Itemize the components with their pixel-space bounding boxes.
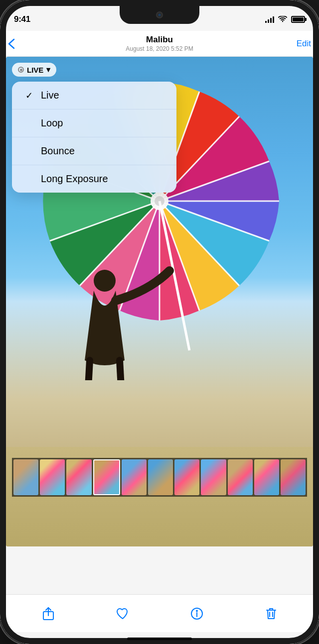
share-button[interactable]: [36, 601, 61, 626]
home-indicator[interactable]: [127, 638, 192, 640]
film-thumb-11[interactable]: [281, 459, 306, 495]
signal-icon: [265, 16, 274, 23]
dropdown-item-live-label: Live: [41, 90, 59, 101]
checkmark-live: ✓: [23, 90, 35, 101]
photo-container: LIVE ▾ ✓ Live Loop Bounce: [6, 57, 313, 546]
dropdown-item-bounce[interactable]: Bounce: [12, 137, 176, 165]
back-button[interactable]: [8, 38, 15, 49]
live-badge[interactable]: LIVE ▾: [12, 63, 56, 77]
dropdown-item-live[interactable]: ✓ Live: [12, 82, 176, 109]
dropdown-item-loop[interactable]: Loop: [12, 109, 176, 137]
status-bar: 9:41: [0, 7, 319, 32]
status-icons: [265, 16, 305, 23]
film-thumb-1[interactable]: [13, 459, 38, 495]
live-chevron: ▾: [46, 65, 50, 74]
header-center: Malibu August 18, 2020 5:52 PM: [126, 35, 193, 52]
film-thumb-5[interactable]: [122, 459, 147, 495]
film-thumb-7[interactable]: [174, 459, 199, 495]
delete-button[interactable]: [259, 601, 284, 626]
info-button[interactable]: [184, 601, 209, 626]
film-thumb-2[interactable]: [40, 459, 65, 495]
phone-frame: 9:41: [0, 0, 319, 644]
dropdown-item-loop-label: Loop: [41, 117, 63, 129]
battery-icon: [291, 16, 305, 23]
edit-button[interactable]: Edit: [297, 39, 311, 49]
bottom-toolbar: [6, 594, 313, 632]
dropdown-item-long-exposure-label: Long Exposure: [41, 173, 108, 185]
film-thumb-10[interactable]: [254, 459, 279, 495]
svg-point-18: [94, 270, 116, 292]
status-time: 9:41: [14, 14, 30, 24]
svg-point-22: [196, 610, 197, 611]
photo-date: August 18, 2020 5:52 PM: [126, 45, 193, 52]
film-thumb-8[interactable]: [201, 459, 226, 495]
film-thumb-4[interactable]: [93, 459, 120, 495]
dropdown-item-bounce-label: Bounce: [41, 145, 75, 157]
favorite-button[interactable]: [110, 601, 135, 626]
film-strip[interactable]: [12, 458, 307, 497]
wifi-icon: [278, 16, 287, 23]
film-thumb-6[interactable]: [148, 459, 173, 495]
header: Malibu August 18, 2020 5:52 PM Edit: [0, 31, 319, 57]
live-dot-icon: [18, 67, 24, 73]
film-thumb-3[interactable]: [66, 459, 91, 495]
live-dropdown-menu: ✓ Live Loop Bounce Long Exposure: [12, 82, 176, 193]
photo-title: Malibu: [126, 35, 193, 45]
live-label: LIVE: [27, 66, 43, 74]
film-thumb-9[interactable]: [228, 459, 253, 495]
dropdown-item-long-exposure[interactable]: Long Exposure: [12, 165, 176, 193]
